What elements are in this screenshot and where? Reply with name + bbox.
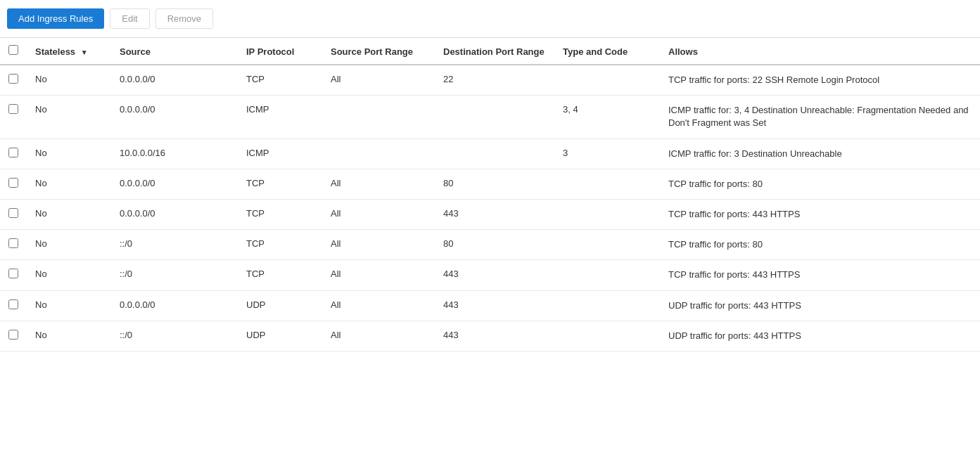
row-source: 0.0.0.0/0	[111, 290, 238, 321]
row-allows: ICMP traffic for: 3 Destination Unreacha…	[660, 138, 980, 169]
row-source: 10.0.0.0/16	[111, 138, 238, 169]
row-allows: TCP traffic for ports: 80	[660, 230, 980, 260]
row-sport	[322, 138, 435, 169]
row-dport: 22	[435, 65, 554, 96]
row-type-code	[554, 230, 660, 260]
row-protocol: TCP	[238, 65, 322, 96]
row-stateless: No	[27, 138, 111, 169]
row-check-cell[interactable]	[0, 290, 27, 321]
row-dport: 443	[435, 290, 554, 321]
select-all-checkbox[interactable]	[8, 45, 18, 55]
table-row: No 0.0.0.0/0 UDP All 443 UDP traffic for…	[0, 290, 980, 321]
row-stateless: No	[27, 169, 111, 199]
row-protocol: ICMP	[238, 96, 322, 138]
row-protocol: TCP	[238, 199, 322, 229]
row-dport: 443	[435, 199, 554, 229]
row-checkbox[interactable]	[8, 299, 18, 309]
row-check-cell[interactable]	[0, 199, 27, 229]
row-stateless: No	[27, 199, 111, 229]
row-protocol: ICMP	[238, 138, 322, 169]
row-checkbox[interactable]	[8, 104, 18, 114]
header-check[interactable]	[0, 38, 27, 65]
row-dport: 80	[435, 230, 554, 260]
row-sport: All	[322, 290, 435, 321]
row-allows: TCP traffic for ports: 22 SSH Remote Log…	[660, 65, 980, 96]
row-type-code: 3	[554, 138, 660, 169]
row-checkbox[interactable]	[8, 269, 18, 278]
table-row: No 0.0.0.0/0 ICMP 3, 4 ICMP traffic for:…	[0, 96, 980, 138]
row-allows: TCP traffic for ports: 80	[660, 169, 980, 199]
row-dport	[435, 138, 554, 169]
row-type-code	[554, 169, 660, 199]
row-source: ::/0	[111, 230, 238, 260]
ingress-rules-table: Stateless ▼ Source IP Protocol Source Po…	[0, 38, 980, 351]
row-allows: TCP traffic for ports: 443 HTTPS	[660, 199, 980, 229]
table-row: No ::/0 TCP All 80 TCP traffic for ports…	[0, 230, 980, 260]
table-header-row: Stateless ▼ Source IP Protocol Source Po…	[0, 38, 980, 65]
header-source: Source	[111, 38, 238, 65]
row-source: ::/0	[111, 260, 238, 290]
row-type-code	[554, 65, 660, 96]
row-dport: 443	[435, 321, 554, 351]
header-source-port: Source Port Range	[322, 38, 435, 65]
row-source: 0.0.0.0/0	[111, 199, 238, 229]
row-sport: All	[322, 260, 435, 290]
row-protocol: TCP	[238, 230, 322, 260]
row-stateless: No	[27, 96, 111, 138]
row-checkbox[interactable]	[8, 74, 18, 84]
row-check-cell[interactable]	[0, 65, 27, 96]
row-type-code	[554, 199, 660, 229]
row-dport: 443	[435, 260, 554, 290]
row-protocol: TCP	[238, 260, 322, 290]
row-sport: All	[322, 199, 435, 229]
header-allows: Allows	[660, 38, 980, 65]
row-sport: All	[322, 65, 435, 96]
row-check-cell[interactable]	[0, 230, 27, 260]
row-source: 0.0.0.0/0	[111, 96, 238, 138]
row-check-cell[interactable]	[0, 138, 27, 169]
add-ingress-rules-button[interactable]: Add Ingress Rules	[7, 8, 104, 29]
row-dport: 80	[435, 169, 554, 199]
row-checkbox[interactable]	[8, 330, 18, 340]
table-row: No ::/0 TCP All 443 TCP traffic for port…	[0, 260, 980, 290]
row-allows: UDP traffic for ports: 443 HTTPS	[660, 321, 980, 351]
table-row: No 0.0.0.0/0 TCP All 80 TCP traffic for …	[0, 169, 980, 199]
toolbar: Add Ingress Rules Edit Remove	[0, 0, 980, 38]
row-type-code	[554, 290, 660, 321]
row-stateless: No	[27, 290, 111, 321]
row-source: 0.0.0.0/0	[111, 169, 238, 199]
row-check-cell[interactable]	[0, 260, 27, 290]
remove-button[interactable]: Remove	[155, 8, 213, 29]
row-protocol: UDP	[238, 321, 322, 351]
row-protocol: TCP	[238, 169, 322, 199]
row-source: 0.0.0.0/0	[111, 65, 238, 96]
row-stateless: No	[27, 321, 111, 351]
row-checkbox[interactable]	[8, 238, 18, 248]
row-allows: UDP traffic for ports: 443 HTTPS	[660, 290, 980, 321]
header-protocol: IP Protocol	[238, 38, 322, 65]
table-row: No 10.0.0.0/16 ICMP 3 ICMP traffic for: …	[0, 138, 980, 169]
row-check-cell[interactable]	[0, 169, 27, 199]
header-stateless[interactable]: Stateless ▼	[27, 38, 111, 65]
row-type-code	[554, 321, 660, 351]
table-row: No 0.0.0.0/0 TCP All 22 TCP traffic for …	[0, 65, 980, 96]
row-stateless: No	[27, 260, 111, 290]
row-type-code	[554, 260, 660, 290]
row-stateless: No	[27, 230, 111, 260]
row-checkbox[interactable]	[8, 178, 18, 188]
row-sport: All	[322, 169, 435, 199]
row-dport	[435, 96, 554, 138]
header-dest-port: Destination Port Range	[435, 38, 554, 65]
row-allows: ICMP traffic for: 3, 4 Destination Unrea…	[660, 96, 980, 138]
row-allows: TCP traffic for ports: 443 HTTPS	[660, 260, 980, 290]
row-checkbox[interactable]	[8, 148, 18, 157]
edit-button[interactable]: Edit	[110, 8, 149, 29]
row-check-cell[interactable]	[0, 96, 27, 138]
row-type-code: 3, 4	[554, 96, 660, 138]
row-check-cell[interactable]	[0, 321, 27, 351]
row-sport: All	[322, 230, 435, 260]
row-checkbox[interactable]	[8, 208, 18, 218]
row-sport: All	[322, 321, 435, 351]
table-row: No 0.0.0.0/0 TCP All 443 TCP traffic for…	[0, 199, 980, 229]
table-row: No ::/0 UDP All 443 UDP traffic for port…	[0, 321, 980, 351]
